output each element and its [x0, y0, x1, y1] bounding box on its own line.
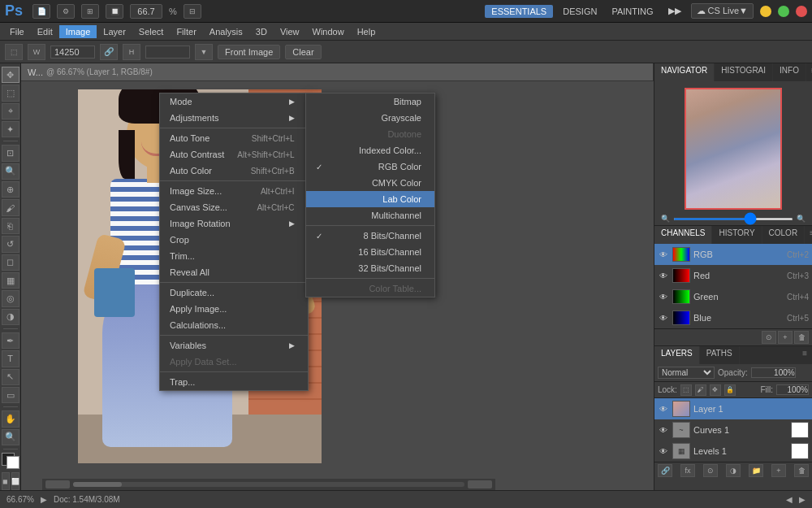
ch-delete-channel-btn[interactable]: 🗑	[794, 331, 809, 344]
tool-opt-icon1[interactable]: ⬚	[5, 44, 23, 60]
menu-trim[interactable]: Trim...	[160, 248, 308, 264]
channel-eye-green[interactable]: 👁	[658, 291, 669, 302]
status-scroll-left[interactable]: ◀	[786, 495, 793, 504]
gradient-tool[interactable]: ▦	[2, 272, 19, 289]
tab-paths[interactable]: PATHS	[700, 346, 740, 364]
hand-tool[interactable]: ✋	[2, 410, 19, 427]
maximize-button[interactable]	[778, 6, 789, 17]
menu-auto-tone[interactable]: Auto Tone Shift+Ctrl+L	[160, 130, 308, 146]
lock-position-btn[interactable]: ✥	[710, 384, 721, 396]
channel-row-rgb[interactable]: 👁 RGB Ctrl+2	[654, 244, 812, 265]
menu-mode-item[interactable]: Mode ▶	[160, 93, 308, 110]
scroll-track[interactable]	[73, 482, 464, 487]
menu-calculations[interactable]: Calculations...	[160, 317, 308, 333]
menu-image-size[interactable]: Image Size... Alt+Ctrl+I	[160, 183, 308, 199]
menu-apply-image[interactable]: Apply Image...	[160, 301, 308, 317]
menu-image[interactable]: Image	[59, 25, 97, 38]
eraser-tool[interactable]: ◻	[2, 254, 19, 271]
layers-group-btn[interactable]: 📁	[749, 464, 763, 477]
close-button[interactable]	[796, 6, 807, 17]
clone-tool[interactable]: ⎗	[2, 218, 19, 234]
screen-mode-icon[interactable]: ⬜	[11, 472, 19, 490]
menu-analysis[interactable]: Analysis	[203, 25, 249, 38]
layers-fx-btn[interactable]: fx	[680, 464, 695, 477]
zoom-tool[interactable]: 🔍	[2, 429, 19, 445]
minimize-button[interactable]	[760, 6, 771, 17]
toolbar-icon3[interactable]: ⊞	[81, 4, 99, 19]
mode-rgb-color[interactable]: ✓ RGB Color	[306, 158, 434, 175]
tab-layers[interactable]: LAYERS	[654, 346, 700, 364]
mode-indexed-color[interactable]: Indexed Color...	[306, 142, 434, 158]
doc-icon[interactable]: 📄	[32, 4, 50, 19]
curves-eye[interactable]: 👁	[658, 424, 669, 436]
ch-new-channel-btn[interactable]: +	[778, 331, 793, 344]
status-triangle[interactable]: ▶	[41, 495, 47, 504]
clear-button[interactable]: Clear	[285, 45, 321, 59]
mode-8bit[interactable]: ✓ 8 Bits/Channel	[306, 228, 434, 244]
healing-tool[interactable]: ⊕	[2, 181, 19, 198]
painting-button[interactable]: PAINTING	[607, 5, 658, 18]
front-image-button[interactable]: Front Image	[218, 45, 280, 59]
levels-eye[interactable]: 👁	[658, 445, 669, 457]
layer-row-1[interactable]: 👁 Layer 1	[654, 398, 812, 419]
mode-cmyk-color[interactable]: CMYK Color	[306, 175, 434, 191]
more-button[interactable]: ▶▶	[663, 4, 686, 18]
blend-mode-select[interactable]: Normal	[658, 367, 715, 379]
menu-duplicate[interactable]: Duplicate...	[160, 284, 308, 301]
pen-tool[interactable]: ✒	[2, 332, 19, 349]
text-tool[interactable]: T	[2, 350, 19, 367]
tab-histograi[interactable]: HISTOGRAI	[715, 63, 773, 81]
menu-select[interactable]: Select	[132, 25, 171, 38]
brush-tool[interactable]: 🖌	[2, 199, 19, 215]
zoom-slider[interactable]	[673, 218, 793, 220]
menu-view[interactable]: View	[274, 25, 306, 38]
mode-32bit[interactable]: 32 Bits/Channel	[306, 260, 434, 276]
menu-edit[interactable]: Edit	[31, 25, 59, 38]
menu-3d[interactable]: 3D	[249, 25, 274, 38]
arrange-icon[interactable]: ⊟	[184, 4, 201, 19]
channel-eye-blue[interactable]: 👁	[658, 312, 669, 323]
layer1-eye[interactable]: 👁	[658, 403, 669, 415]
tab-navigator[interactable]: NAVIGATOR	[654, 63, 715, 81]
menu-adjustments-item[interactable]: Adjustments ▶	[160, 110, 308, 126]
design-button[interactable]: DESIGN	[558, 5, 602, 18]
menu-auto-color[interactable]: Auto Color Shift+Ctrl+B	[160, 163, 308, 179]
scroll-left-btn[interactable]	[45, 480, 70, 488]
channels-options-btn[interactable]: ≡	[805, 226, 812, 244]
eyedropper-tool[interactable]: 🔍	[2, 163, 19, 180]
mode-lab-color[interactable]: Lab Color	[306, 191, 434, 207]
tool-opt-icon2[interactable]: W	[28, 44, 45, 60]
shape-tool[interactable]: ▭	[2, 387, 19, 403]
scroll-thumb[interactable]	[73, 482, 122, 487]
magic-wand-tool[interactable]: ✦	[2, 121, 19, 137]
dodge-tool[interactable]: ◑	[2, 309, 19, 325]
channel-eye-rgb[interactable]: 👁	[658, 249, 669, 260]
layers-options-btn[interactable]: ≡	[797, 346, 812, 364]
layers-new-btn[interactable]: +	[771, 464, 786, 477]
layers-delete-btn[interactable]: 🗑	[794, 464, 809, 477]
menu-window[interactable]: Window	[306, 25, 351, 38]
mode-multichannel[interactable]: Multichannel	[306, 207, 434, 224]
layer-row-levels[interactable]: 👁 ▦ Levels 1	[654, 441, 812, 462]
panel-options-btn[interactable]: ≡	[806, 63, 812, 81]
height-input[interactable]	[145, 46, 190, 59]
menu-auto-contrast[interactable]: Auto Contrast Alt+Shift+Ctrl+L	[160, 146, 308, 163]
zoom-input[interactable]	[130, 4, 162, 19]
ch-add-mask-btn[interactable]: ⊙	[762, 331, 776, 344]
tab-channels[interactable]: CHANNELS	[654, 226, 712, 244]
marquee-tool[interactable]: ⬚	[2, 85, 19, 101]
width-input[interactable]	[50, 46, 95, 59]
path-selection-tool[interactable]: ↖	[2, 369, 19, 385]
crop-tool[interactable]: ⊡	[2, 145, 19, 161]
fill-input[interactable]	[776, 384, 809, 395]
menu-image-rotation[interactable]: Image Rotation ▶	[160, 215, 308, 232]
menu-file[interactable]: File	[3, 25, 31, 38]
toolbar-icon4[interactable]: 🔲	[106, 4, 123, 19]
status-scroll-right[interactable]: ▶	[799, 495, 806, 504]
menu-canvas-size[interactable]: Canvas Size... Alt+Ctrl+C	[160, 199, 308, 215]
toolbar-icon2[interactable]: ⚙	[57, 4, 75, 19]
lasso-tool[interactable]: ⌖	[2, 103, 19, 119]
color-swatch[interactable]	[2, 453, 19, 469]
tab-color[interactable]: COLOR	[762, 226, 806, 244]
quick-mask-icon[interactable]: ◼	[2, 472, 10, 490]
